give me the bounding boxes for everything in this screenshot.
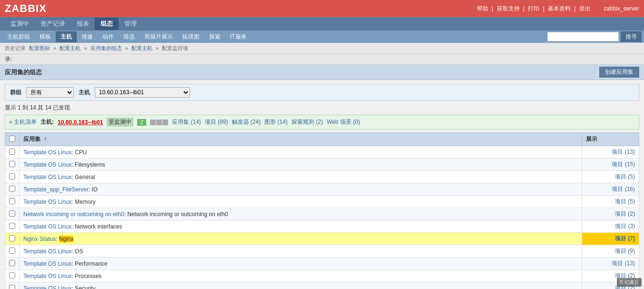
app-name-link[interactable]: Template OS Linux (23, 149, 71, 156)
display-link[interactable]: 项目 (5) (615, 198, 635, 205)
row-checkbox[interactable] (9, 186, 15, 192)
table-row: Template OS Linux: OS项目 (9) (5, 245, 639, 258)
display-link[interactable]: 项目 (2) (615, 210, 635, 217)
app-name-cell: Network incoming or outcoming on eth0: N… (20, 208, 582, 220)
subnav-maintenance[interactable]: 维修 (77, 31, 98, 42)
app-name-link[interactable]: Template OS Linux (23, 260, 71, 267)
subnav-topology[interactable]: 拓璞图 (178, 31, 204, 42)
row-checkbox[interactable] (9, 235, 15, 241)
nav-reports[interactable]: 报表 (71, 18, 95, 30)
row-checkbox-cell (5, 258, 20, 270)
help-link[interactable]: 帮助 (477, 5, 488, 12)
history-label: 历史记录 (5, 45, 26, 51)
graphs-link[interactable]: 图形 (14) (264, 118, 288, 126)
display-link[interactable]: 项目 (9) (615, 248, 635, 254)
app-name-cell: Template OS Linux: Filesystems (20, 159, 582, 171)
display-link[interactable]: 项目 (16) (612, 186, 635, 192)
app-name-link[interactable]: Network incoming or outcoming on eth0 (23, 211, 124, 218)
subnav-hostgroups[interactable]: 主机群组 (2, 31, 35, 42)
record-label: 录: (5, 56, 12, 62)
breadcrumb-current: 配置监控项 (162, 45, 188, 51)
row-checkbox[interactable] (9, 223, 15, 229)
app-name-cell: Nginx Status: Nginx (20, 233, 582, 245)
section-title: 应用集的组态 (5, 68, 42, 77)
logout-link[interactable]: 登出 (579, 5, 591, 12)
search-input[interactable] (547, 32, 619, 41)
row-checkbox-cell (5, 270, 20, 282)
app-name-link[interactable]: Template OS Linux (23, 199, 71, 205)
row-checkbox-cell (5, 208, 20, 220)
subnav-it[interactable]: IT服务 (225, 31, 252, 42)
row-checkbox[interactable] (9, 173, 15, 179)
table-row: Template OS Linux: Network interfaces项目 … (5, 220, 639, 233)
display-link[interactable]: 项目 (15) (612, 161, 635, 168)
row-checkbox[interactable] (9, 149, 15, 155)
app-name-link[interactable]: Template_app_FileServer (23, 186, 89, 193)
print-link[interactable]: 打印 (528, 5, 539, 12)
row-checkbox[interactable] (9, 198, 15, 204)
display-link[interactable]: 项目 (13) (612, 149, 635, 155)
subnav-actions[interactable]: 动作 (98, 31, 119, 42)
app-name-cell: Template_app_FileServer: IO (20, 183, 582, 196)
nav-assets[interactable]: 资产记录 (35, 18, 71, 30)
row-checkbox[interactable] (9, 285, 15, 289)
app-name-link[interactable]: Template OS Linux (23, 223, 71, 230)
breadcrumb-link-3[interactable]: 应用集的组态 (91, 45, 122, 51)
search-button[interactable]: 搜寻 (621, 31, 642, 42)
display-link[interactable]: 项目 (13) (612, 260, 635, 267)
breadcrumb-link-1[interactable]: 配置图标 (29, 45, 50, 51)
logo: ZABBIX (5, 2, 47, 15)
items-link[interactable]: 项目 (89) (205, 118, 228, 126)
app-name-cell: Template OS Linux: General (20, 171, 582, 183)
app-name-link[interactable]: Template OS Linux (23, 273, 71, 279)
group-filter-select[interactable]: 所有 (26, 87, 74, 98)
row-checkbox[interactable] (9, 272, 15, 279)
row-checkbox[interactable] (9, 260, 15, 266)
display-cell: 项目 (2) (582, 208, 639, 220)
table-row: Template OS Linux: Memory项目 (5) (5, 196, 639, 208)
subnav-discovery[interactable]: 探索 (204, 31, 225, 42)
nav-admin[interactable]: 管理 (119, 18, 142, 30)
app-name-link[interactable]: Template OS Linux (23, 161, 71, 168)
breadcrumb-link-4[interactable]: 配置主机 (131, 45, 152, 51)
create-appset-button[interactable]: 创建应用集 (599, 67, 639, 78)
row-checkbox[interactable] (9, 248, 15, 254)
subnav-hosts[interactable]: 主机 (56, 31, 77, 42)
row-checkbox-cell (5, 146, 20, 159)
discovery-link[interactable]: 探索规则 (2) (292, 118, 323, 126)
triggers-link[interactable]: 触发器 (24) (232, 118, 261, 126)
group-filter-label: 群组 (10, 89, 21, 97)
row-checkbox[interactable] (9, 161, 15, 167)
subnav-filter[interactable]: 筛选 (119, 31, 140, 42)
breadcrumb-link-2[interactable]: 配置主机 (60, 45, 80, 51)
host-value-link[interactable]: 10.60.0.163--lb01 (58, 119, 103, 126)
app-name-link[interactable]: Template OS Linux (23, 174, 71, 180)
profile-link[interactable]: 基本资料 (548, 5, 571, 12)
app-name-cell: Template OS Linux: Performance (20, 258, 582, 270)
row-checkbox[interactable] (9, 210, 15, 217)
table-row: Template OS Linux: Performance项目 (13) (5, 258, 639, 270)
nav-config[interactable]: 组态 (95, 18, 119, 30)
display-link[interactable]: 项目 (5) (615, 173, 635, 180)
display-cell: 项目 (13) (582, 258, 639, 270)
table-row: Template OS Linux: Filesystems项目 (15) (5, 159, 639, 171)
table-row: Template OS Linux: Security项目 (2) (5, 282, 639, 289)
web-link[interactable]: Web 场景 (0) (327, 118, 360, 126)
display-link[interactable]: 项目 (7) (615, 235, 635, 242)
app-name-link[interactable]: Template OS Linux (23, 248, 71, 255)
subnav-templates[interactable]: 模板 (35, 31, 56, 42)
app-name-cell: Template OS Linux: Memory (20, 196, 582, 208)
app-name-link[interactable]: Nginx Status (23, 236, 56, 242)
display-link[interactable]: 项目 (3) (615, 223, 635, 229)
app-name-link[interactable]: Template OS Linux (23, 285, 71, 289)
display-cell: 项目 (9) (582, 245, 639, 258)
appset-link[interactable]: 应用集 (14) (172, 118, 201, 126)
nav-monitoring[interactable]: 监测中 (5, 18, 35, 30)
col-appname[interactable]: 应用集 ↑ (20, 133, 582, 146)
select-all-checkbox[interactable] (9, 136, 15, 142)
subnav-slideshow[interactable]: 简报片展示 (140, 31, 178, 42)
host-list-link[interactable]: « 主机清单 (9, 118, 37, 126)
row-checkbox-cell (5, 220, 20, 233)
support-link[interactable]: 获取支持 (497, 5, 520, 12)
host-filter-select[interactable]: 10.60.0.163--lb01 (95, 87, 190, 98)
